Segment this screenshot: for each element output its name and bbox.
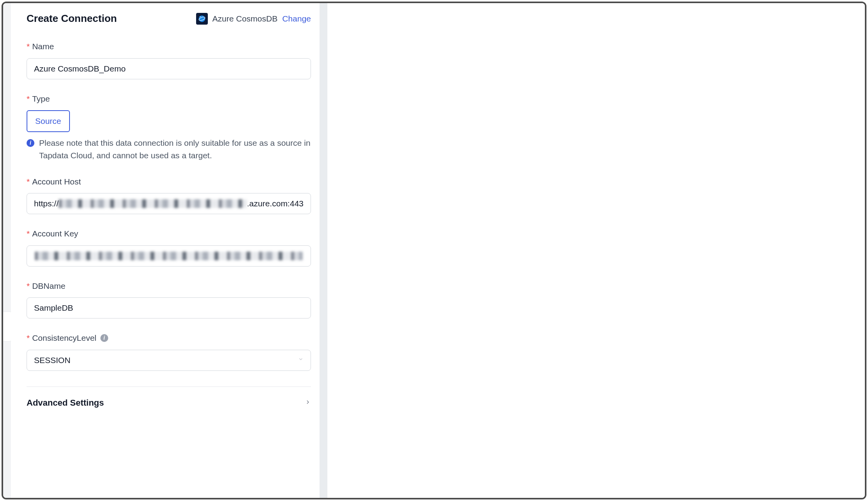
label-consistency: * ConsistencyLevel i [27, 332, 311, 344]
field-account-host: * Account Host https:// .azure.com:443 [27, 175, 311, 215]
dbname-input[interactable] [27, 297, 311, 318]
label-dbname: * DBName [27, 280, 311, 292]
advanced-settings-toggle[interactable]: Advanced Settings [27, 396, 311, 413]
label-account-host: * Account Host [27, 175, 311, 188]
label-type: * Type [27, 93, 311, 105]
cosmosdb-icon [196, 13, 208, 25]
connector-header: Azure CosmosDB Change [196, 13, 311, 25]
required-mark: * [27, 175, 30, 188]
divider [27, 386, 311, 387]
chevron-down-icon [298, 356, 304, 364]
type-note: i Please note that this data connection … [27, 137, 311, 162]
account-key-input[interactable] [27, 245, 311, 267]
label-text: DBName [32, 280, 65, 292]
host-prefix: https:// [34, 197, 59, 210]
field-consistency: * ConsistencyLevel i SESSION [27, 332, 311, 371]
label-text: Account Key [32, 227, 78, 240]
select-value: SESSION [34, 354, 70, 367]
field-type: * Type Source i Please note that this da… [27, 93, 311, 162]
required-mark: * [27, 280, 30, 292]
label-text: Account Host [32, 175, 81, 188]
chip-label: Source [35, 115, 61, 127]
label-text: ConsistencyLevel [32, 332, 96, 344]
svg-point-0 [198, 15, 205, 22]
window-frame: Create Connection Azure CosmosDB Change … [2, 2, 866, 499]
info-icon: i [27, 139, 34, 147]
host-suffix: .azure.com:443 [247, 197, 304, 210]
label-account-key: * Account Key [27, 227, 311, 240]
form-panel: Create Connection Azure CosmosDB Change … [11, 3, 320, 498]
redacted-host [59, 199, 247, 208]
consistency-select[interactable]: SESSION [27, 350, 311, 371]
required-mark: * [27, 40, 30, 53]
name-input[interactable] [27, 58, 311, 79]
page-title: Create Connection [27, 11, 117, 26]
right-gutter [320, 3, 327, 498]
chevron-right-icon [305, 397, 311, 408]
help-icon[interactable]: i [100, 334, 108, 342]
type-chip-row: Source [27, 110, 311, 132]
required-mark: * [27, 227, 30, 240]
required-mark: * [27, 332, 30, 344]
header-row: Create Connection Azure CosmosDB Change [27, 11, 311, 26]
account-host-input[interactable]: https:// .azure.com:443 [27, 193, 311, 214]
field-name: * Name [27, 40, 311, 79]
change-connector-link[interactable]: Change [282, 13, 311, 25]
note-text: Please note that this data connection is… [39, 137, 311, 162]
right-empty-space [327, 3, 865, 498]
field-account-key: * Account Key [27, 227, 311, 267]
advanced-label: Advanced Settings [27, 396, 104, 409]
field-dbname: * DBName [27, 280, 311, 319]
left-gutter [3, 3, 11, 498]
required-mark: * [27, 93, 30, 105]
redacted-key [35, 252, 303, 260]
label-name: * Name [27, 40, 311, 53]
label-text: Name [32, 40, 54, 53]
svg-point-2 [200, 16, 200, 17]
connector-name: Azure CosmosDB [213, 13, 278, 25]
type-source-chip[interactable]: Source [27, 110, 70, 132]
label-text: Type [32, 93, 50, 105]
